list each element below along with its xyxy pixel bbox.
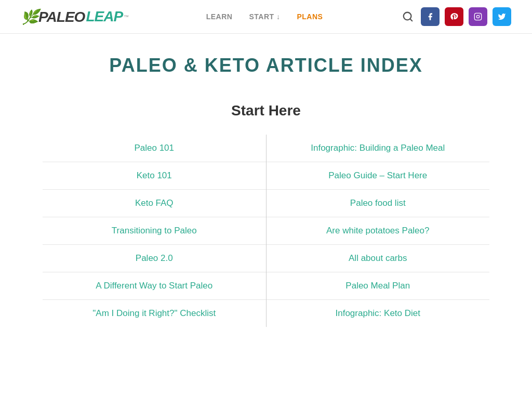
- list-item[interactable]: All about carbs: [267, 245, 490, 272]
- svg-rect-2: [474, 13, 481, 20]
- nav-plans[interactable]: PLANS: [297, 12, 323, 21]
- nav-start[interactable]: START ↓: [249, 12, 280, 21]
- site-header: 🌿PALEO LEAP ™ LEARN START ↓ PLANS: [0, 0, 532, 34]
- facebook-symbol: [426, 12, 434, 21]
- site-logo[interactable]: 🌿PALEO LEAP ™: [21, 8, 129, 25]
- list-item[interactable]: Infographic: Keto Diet: [267, 300, 490, 327]
- list-item[interactable]: "Am I Doing it Right?" Checklist: [43, 300, 266, 327]
- list-item[interactable]: Transitioning to Paleo: [43, 217, 266, 245]
- list-item[interactable]: Paleo Meal Plan: [267, 272, 490, 300]
- search-button[interactable]: [400, 9, 416, 24]
- twitter-symbol: [498, 12, 506, 21]
- logo-paleo-text: 🌿PALEO: [21, 8, 85, 25]
- list-item[interactable]: A Different Way to Start Paleo: [43, 272, 266, 300]
- nav-learn[interactable]: LEARN: [206, 12, 233, 21]
- logo-trademark: ™: [124, 14, 129, 20]
- list-item[interactable]: Paleo food list: [267, 190, 490, 217]
- instagram-icon[interactable]: [469, 7, 487, 26]
- svg-point-3: [476, 15, 479, 18]
- right-column: Infographic: Building a Paleo MealPaleo …: [267, 135, 490, 327]
- search-icon: [402, 11, 414, 22]
- pinterest-icon[interactable]: [445, 7, 463, 26]
- logo-leap-text: LEAP: [86, 8, 123, 25]
- instagram-symbol: [474, 12, 482, 21]
- main-nav: LEARN START ↓ PLANS: [206, 12, 323, 21]
- pinterest-symbol: [450, 12, 458, 21]
- list-item[interactable]: Are white potatoes Paleo?: [267, 217, 490, 245]
- page-title: PALEO & KETO ARTICLE INDEX: [10, 55, 522, 76]
- svg-point-4: [480, 15, 480, 15]
- list-item[interactable]: Paleo Guide – Start Here: [267, 162, 490, 190]
- facebook-icon[interactable]: [421, 7, 440, 26]
- list-item[interactable]: Infographic: Building a Paleo Meal: [267, 135, 490, 162]
- section-title: Start Here: [10, 102, 522, 119]
- svg-line-1: [410, 19, 412, 21]
- left-column: Paleo 101Keto 101Keto FAQTransitioning t…: [43, 135, 267, 327]
- list-item[interactable]: Keto FAQ: [43, 190, 266, 217]
- list-item[interactable]: Paleo 101: [43, 135, 266, 162]
- main-content: PALEO & KETO ARTICLE INDEX Start Here Pa…: [0, 34, 532, 358]
- header-icons: [400, 7, 511, 26]
- list-item[interactable]: Paleo 2.0: [43, 245, 266, 272]
- twitter-icon[interactable]: [493, 7, 511, 26]
- article-index-table: Paleo 101Keto 101Keto FAQTransitioning t…: [43, 135, 489, 327]
- list-item[interactable]: Keto 101: [43, 162, 266, 190]
